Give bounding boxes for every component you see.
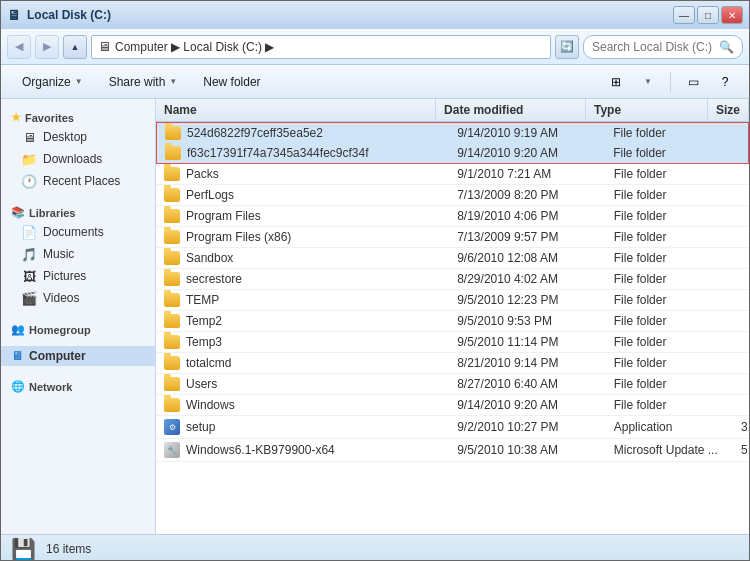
libraries-label: Libraries xyxy=(29,207,75,219)
file-name: PerfLogs xyxy=(186,188,234,202)
file-name-cell: Program Files xyxy=(156,206,449,226)
statusbar-drive-icon: 💾 xyxy=(11,537,36,561)
file-name-cell: Temp3 xyxy=(156,332,449,352)
table-row[interactable]: Temp3 9/5/2010 11:14 PM File folder xyxy=(156,332,749,353)
view-chevron: ▼ xyxy=(644,77,652,86)
sidebar: ★ Favorites 🖥 Desktop 📁 Downloads 🕐 Rece… xyxy=(1,99,156,534)
refresh-button[interactable]: 🔄 xyxy=(555,35,579,59)
new-folder-label: New folder xyxy=(203,75,260,89)
table-row[interactable]: Windows 9/14/2010 9:20 AM File folder xyxy=(156,395,749,416)
sidebar-item-pictures[interactable]: 🖼 Pictures xyxy=(1,265,155,287)
sidebar-item-videos[interactable]: 🎬 Videos xyxy=(1,287,155,309)
downloads-icon: 📁 xyxy=(21,151,37,167)
search-box[interactable]: 🔍 xyxy=(583,35,743,59)
file-name-cell: ⚙ setup xyxy=(156,416,449,438)
file-size xyxy=(733,297,749,303)
table-row[interactable]: TEMP 9/5/2010 12:23 PM File folder xyxy=(156,290,749,311)
preview-pane-button[interactable]: ▭ xyxy=(679,69,707,95)
folder-icon xyxy=(164,272,180,286)
network-label: Network xyxy=(29,381,72,393)
pictures-icon: 🖼 xyxy=(21,268,37,284)
file-name-cell: f63c17391f74a7345a344fec9cf34f xyxy=(157,143,449,163)
header-size[interactable]: Size xyxy=(708,99,749,121)
file-rows-container: 524d6822f97ceff35ea5e2 9/14/2010 9:19 AM… xyxy=(156,122,749,462)
file-date: 9/5/2010 10:38 AM xyxy=(449,440,606,460)
file-size xyxy=(733,255,749,261)
file-type: File folder xyxy=(606,395,733,415)
favorites-section: ★ Favorites xyxy=(1,105,155,126)
help-button[interactable]: ? xyxy=(711,69,739,95)
file-name: Sandbox xyxy=(186,251,233,265)
table-row[interactable]: Packs 9/1/2010 7:21 AM File folder xyxy=(156,164,749,185)
folder-icon xyxy=(165,146,181,160)
search-input[interactable] xyxy=(592,40,715,54)
sidebar-item-recent-places[interactable]: 🕐 Recent Places xyxy=(1,170,155,192)
up-button[interactable]: ▲ xyxy=(63,35,87,59)
filelist-header: Name Date modified Type Size xyxy=(156,99,749,122)
file-size: 5,830 KB xyxy=(733,440,749,460)
favorites-label: Favorites xyxy=(25,112,74,124)
folder-icon xyxy=(164,398,180,412)
table-row[interactable]: secrestore 8/29/2010 4:02 AM File folder xyxy=(156,269,749,290)
file-type: File folder xyxy=(606,269,733,289)
table-row[interactable]: PerfLogs 7/13/2009 8:20 PM File folder xyxy=(156,185,749,206)
table-row[interactable]: Sandbox 9/6/2010 12:08 AM File folder xyxy=(156,248,749,269)
maximize-button[interactable]: □ xyxy=(697,6,719,24)
table-row[interactable]: Temp2 9/5/2010 9:53 PM File folder xyxy=(156,311,749,332)
file-size xyxy=(733,381,749,387)
file-date: 8/29/2010 4:02 AM xyxy=(449,269,606,289)
organize-button[interactable]: Organize ▼ xyxy=(11,69,94,95)
file-date: 9/6/2010 12:08 AM xyxy=(449,248,606,268)
file-name: secrestore xyxy=(186,272,242,286)
computer-section[interactable]: 🖥 Computer xyxy=(1,346,155,366)
sidebar-item-downloads[interactable]: 📁 Downloads xyxy=(1,148,155,170)
close-button[interactable]: ✕ xyxy=(721,6,743,24)
view-options-button[interactable]: ⊞ xyxy=(602,69,630,95)
folder-icon xyxy=(164,335,180,349)
table-row[interactable]: ⚙ setup 9/2/2010 10:27 PM Application 31… xyxy=(156,416,749,439)
table-row[interactable]: 🔧 Windows6.1-KB979900-x64 9/5/2010 10:38… xyxy=(156,439,749,462)
file-name: Packs xyxy=(186,167,219,181)
sidebar-music-label: Music xyxy=(43,247,74,261)
file-date: 9/5/2010 9:53 PM xyxy=(449,311,606,331)
table-row[interactable]: Program Files 8/19/2010 4:06 PM File fol… xyxy=(156,206,749,227)
folder-icon xyxy=(164,377,180,391)
table-row[interactable]: f63c17391f74a7345a344fec9cf34f 9/14/2010… xyxy=(156,143,749,164)
file-type: Application xyxy=(606,417,733,437)
folder-icon xyxy=(164,230,180,244)
table-row[interactable]: Program Files (x86) 7/13/2009 9:57 PM Fi… xyxy=(156,227,749,248)
network-section[interactable]: 🌐 Network xyxy=(1,374,155,395)
folder-icon xyxy=(165,126,181,140)
sidebar-item-desktop[interactable]: 🖥 Desktop xyxy=(1,126,155,148)
minimize-button[interactable]: — xyxy=(673,6,695,24)
change-view-button[interactable]: ▼ xyxy=(634,69,662,95)
new-folder-button[interactable]: New folder xyxy=(192,69,271,95)
file-size xyxy=(733,171,749,177)
sidebar-item-music[interactable]: 🎵 Music xyxy=(1,243,155,265)
sidebar-item-documents[interactable]: 📄 Documents xyxy=(1,221,155,243)
header-type[interactable]: Type xyxy=(586,99,708,121)
file-type: File folder xyxy=(605,143,732,163)
file-name-cell: PerfLogs xyxy=(156,185,449,205)
header-date[interactable]: Date modified xyxy=(436,99,586,121)
file-name: setup xyxy=(186,420,215,434)
address-box[interactable]: 🖥 Computer ▶ Local Disk (C:) ▶ xyxy=(91,35,551,59)
table-row[interactable]: totalcmd 8/21/2010 9:14 PM File folder xyxy=(156,353,749,374)
titlebar-title: Local Disk (C:) xyxy=(27,8,111,22)
computer-label: Computer xyxy=(29,349,86,363)
forward-button[interactable]: ▶ xyxy=(35,35,59,59)
share-with-button[interactable]: Share with ▼ xyxy=(98,69,189,95)
header-name[interactable]: Name xyxy=(156,99,436,121)
sidebar-downloads-label: Downloads xyxy=(43,152,102,166)
table-row[interactable]: 524d6822f97ceff35ea5e2 9/14/2010 9:19 AM… xyxy=(156,122,749,143)
file-date: 8/27/2010 6:40 AM xyxy=(449,374,606,394)
back-button[interactable]: ◀ xyxy=(7,35,31,59)
videos-icon: 🎬 xyxy=(21,290,37,306)
file-date: 9/5/2010 12:23 PM xyxy=(449,290,606,310)
filelist: Name Date modified Type Size 524d6822f97… xyxy=(156,99,749,534)
file-name: Program Files (x86) xyxy=(186,230,291,244)
table-row[interactable]: Users 8/27/2010 6:40 AM File folder xyxy=(156,374,749,395)
addressbar: ◀ ▶ ▲ 🖥 Computer ▶ Local Disk (C:) ▶ 🔄 🔍 xyxy=(1,29,749,65)
sidebar-recent-label: Recent Places xyxy=(43,174,120,188)
homegroup-section[interactable]: 👥 Homegroup xyxy=(1,317,155,338)
